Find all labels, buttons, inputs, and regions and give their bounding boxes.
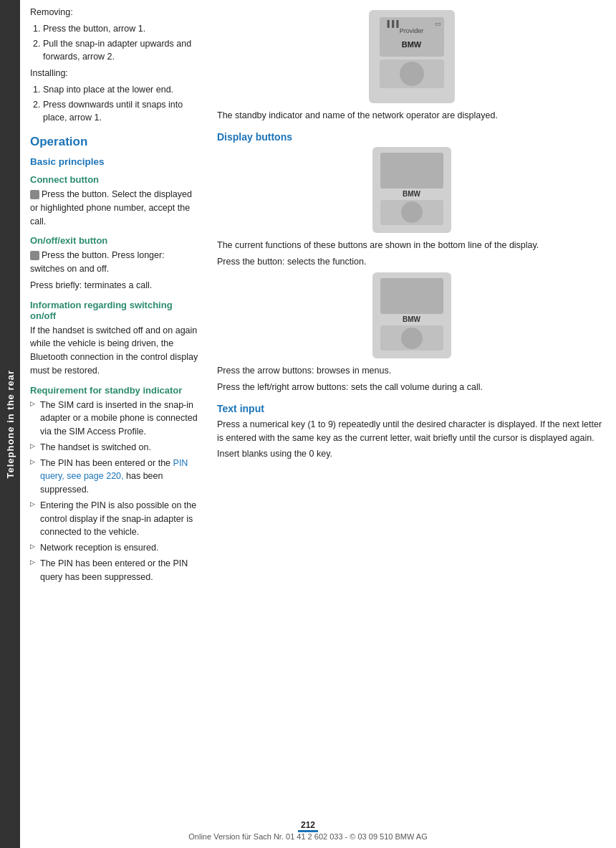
requirement-title: Requirement for standby indicator — [30, 385, 200, 396]
on-off-text2: Press briefly: terminates a call. — [30, 279, 200, 292]
footer-text: Online Version für Sach Nr. 01 41 2 602 … — [188, 832, 427, 841]
installing-step-2: Press downwards until it snaps into plac… — [43, 98, 200, 125]
phone-screen-2 — [380, 153, 443, 189]
standby-text: The standby indicator and name of the ne… — [217, 109, 606, 123]
phone-image-3: BMW — [372, 272, 451, 358]
page-footer: 212 Online Version für Sach Nr. 01 41 2 … — [0, 820, 616, 841]
display-buttons-text1: The current functions of these buttons a… — [217, 239, 606, 252]
on-off-icon — [30, 251, 39, 260]
right-column: ▐▐▐ ▭ Provider BMW The standby indicator… — [210, 0, 616, 848]
display-buttons-text2: Press the button: selects the function. — [217, 255, 606, 269]
info-switching-title: Information regarding switching on/off — [30, 300, 200, 321]
req-bullet-5: Network reception is ensured. — [30, 541, 200, 555]
info-switching-text: If the handset is switched off and on ag… — [30, 324, 200, 378]
display-buttons-title: Display buttons — [217, 131, 606, 143]
phone-screen-1: ▐▐▐ ▭ Provider BMW — [380, 17, 444, 57]
bmw-text-1: BMW — [402, 40, 422, 49]
battery-icon: ▭ — [435, 20, 441, 27]
signal-icon: ▐▐▐ — [385, 20, 399, 27]
removing-step-2: Pull the snap-in adapter upwards and for… — [43, 37, 200, 65]
req-bullet-2: The handset is switched on. — [30, 441, 200, 454]
main-content: Removing: Press the button, arrow 1. Pul… — [20, 0, 616, 848]
removing-steps: Press the button, arrow 1. Pull the snap… — [43, 22, 200, 64]
basic-principles-title: Basic principles — [30, 156, 200, 167]
on-off-text1: Press the button. Press longer: switches… — [30, 249, 200, 276]
on-off-title: On/off/exit button — [30, 235, 200, 246]
phone-image-3-container: BMW — [217, 272, 606, 358]
phone-controls-3 — [380, 325, 443, 351]
arrow-buttons-text1: Press the arrow buttons: browses in menu… — [217, 364, 606, 378]
requirement-bullets: The SIM card is inserted in the snap-in … — [30, 399, 200, 584]
installing-steps: Snap into place at the lower end. Press … — [43, 83, 200, 125]
side-tab: Telephone in the rear — [0, 0, 20, 848]
side-tab-label: Telephone in the rear — [5, 370, 16, 479]
page-wrapper: Telephone in the rear Removing: Press th… — [0, 0, 616, 848]
pin-link[interactable]: PIN query, see page 220, — [40, 458, 188, 482]
text-input-title: Text input — [217, 403, 606, 414]
left-column: Removing: Press the button, arrow 1. Pul… — [20, 0, 210, 848]
provider-text: Provider — [400, 27, 424, 34]
removing-step-1: Press the button, arrow 1. — [43, 22, 200, 36]
removing-label: Removing: — [30, 6, 200, 19]
page-number: 212 — [298, 820, 318, 832]
operation-title: Operation — [30, 135, 200, 149]
bmw-text-2: BMW — [403, 190, 420, 198]
phone-image-2-container: BMW — [217, 147, 606, 233]
installing-step-1: Snap into place at the lower end. — [43, 83, 200, 97]
phone-keypad-1 — [400, 62, 424, 86]
phone-image-2: BMW — [372, 147, 451, 233]
phone-image-1: ▐▐▐ ▭ Provider BMW — [369, 10, 455, 103]
phone-bottom-1 — [380, 59, 444, 88]
text-input-text2: Insert blanks using the 0 key. — [217, 447, 606, 461]
req-bullet-1: The SIM card is inserted in the snap-in … — [30, 399, 200, 439]
phone-controls-2 — [380, 200, 443, 225]
dpad-2 — [401, 201, 423, 223]
phone-screen-3 — [380, 278, 443, 314]
arrow-buttons-text2: Press the left/right arrow buttons: sets… — [217, 381, 606, 394]
phone-image-1-container: ▐▐▐ ▭ Provider BMW — [217, 10, 606, 103]
dpad-3 — [401, 328, 423, 349]
connect-icon — [30, 190, 39, 199]
req-bullet-4: Entering the PIN is also possible on the… — [30, 499, 200, 539]
installing-label: Installing: — [30, 67, 200, 80]
req-bullet-6: The PIN has been entered or the PIN quer… — [30, 557, 200, 584]
req-bullet-3: The PIN has been entered or the PIN quer… — [30, 457, 200, 497]
bmw-text-3: BMW — [403, 315, 420, 323]
text-input-text1: Press a numerical key (1 to 9) repeatedl… — [217, 418, 606, 445]
connect-button-text: Press the button. Select the displayed o… — [30, 188, 200, 228]
connect-button-title: Connect button — [30, 174, 200, 185]
